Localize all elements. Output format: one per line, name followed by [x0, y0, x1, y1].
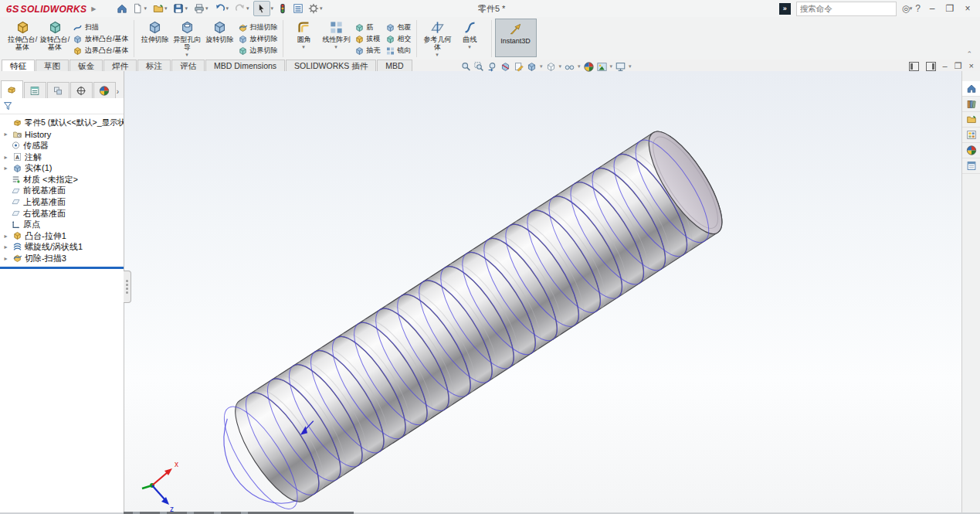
- taskpane-view-palette-tab[interactable]: [962, 128, 980, 143]
- filter-funnel-icon[interactable]: [3, 101, 13, 111]
- tab-annotation[interactable]: 标注: [137, 60, 171, 71]
- swept-boss-button[interactable]: 扫描: [73, 22, 129, 33]
- rib-button[interactable]: 筋: [354, 22, 381, 33]
- open-button[interactable]: ▾: [151, 2, 171, 15]
- expand-arrow-icon[interactable]: ▸: [2, 131, 9, 138]
- doc-close-button[interactable]: ×: [969, 61, 974, 71]
- tree-item-annotations[interactable]: ▸ 注解: [0, 151, 124, 163]
- ribbon-collapse-arrow[interactable]: ⌃: [966, 50, 972, 58]
- tree-item-boss-extrude1[interactable]: ▸ 凸台-拉伸1: [0, 230, 124, 242]
- select-cursor-caret[interactable]: ▾: [271, 5, 274, 12]
- dynamic-annotation-icon[interactable]: [514, 62, 524, 72]
- new-document-button[interactable]: ▾: [130, 2, 151, 15]
- tab-features[interactable]: 特征: [2, 60, 35, 71]
- doc-minimize-button[interactable]: –: [943, 61, 948, 71]
- tab-solidworks-addins[interactable]: SOLIDWORKS 插件: [286, 60, 376, 71]
- configurationmanager-tab[interactable]: [47, 82, 70, 98]
- taskpane-custom-properties-tab[interactable]: [962, 158, 980, 174]
- mirror-button[interactable]: 镜向: [385, 45, 412, 56]
- shell-button[interactable]: 抽壳: [354, 45, 381, 56]
- linear-pattern-button[interactable]: 线性阵列▾: [320, 19, 353, 53]
- tab-evaluate[interactable]: 评估: [171, 60, 205, 71]
- taskpane-design-library-tab[interactable]: [962, 97, 980, 112]
- featuremanager-tree-tab[interactable]: [1, 80, 23, 98]
- undo-button[interactable]: ▾: [212, 2, 233, 15]
- apply-scene-icon[interactable]: [597, 62, 607, 72]
- extruded-boss-base-button[interactable]: 拉伸凸台/基体: [6, 19, 39, 53]
- window-restore-button[interactable]: ❐: [944, 0, 956, 17]
- rebuild-button[interactable]: [275, 2, 290, 15]
- tree-item-right-plane[interactable]: 右视基准面: [0, 208, 124, 220]
- lofted-boss-button[interactable]: 放样凸台/基体: [73, 33, 129, 45]
- graphics-viewport[interactable]: x z: [124, 71, 961, 512]
- panel-splitter-handle[interactable]: [124, 271, 131, 303]
- doc-restore-button[interactable]: ❐: [955, 61, 962, 71]
- displaymanager-tab[interactable]: [93, 82, 116, 98]
- settings-gear-button[interactable]: ▾: [306, 2, 327, 15]
- window-close-button[interactable]: ×: [961, 0, 974, 17]
- help-icon[interactable]: ?: [915, 0, 921, 17]
- hide-show-items-icon[interactable]: [565, 62, 575, 72]
- boundary-boss-button[interactable]: 边界凸台/基体: [73, 45, 129, 56]
- expand-arrow-icon[interactable]: ▸: [2, 154, 9, 161]
- tree-filter-bar[interactable]: [0, 98, 124, 114]
- tree-item-cut-sweep3[interactable]: ▸ 切除-扫描3: [0, 253, 124, 264]
- tree-item-history[interactable]: ▸ History: [0, 129, 124, 141]
- show-left-pane-icon[interactable]: [909, 62, 919, 71]
- save-button[interactable]: ▾: [171, 2, 192, 15]
- expand-arrow-icon[interactable]: ▸: [2, 233, 9, 240]
- tab-mbd-dimensions[interactable]: MBD Dimensions: [205, 60, 285, 71]
- tree-root-part[interactable]: 零件5 (默认<<默认>_显示状态 1>): [0, 117, 124, 129]
- expand-arrow-icon[interactable]: ▸: [2, 243, 9, 250]
- view-settings-icon[interactable]: [615, 62, 626, 72]
- window-minimize-button[interactable]: –: [926, 0, 938, 17]
- taskpane-file-explorer-tab[interactable]: [962, 112, 980, 128]
- display-style-icon[interactable]: [546, 62, 556, 72]
- panel-tabs-overflow-arrow[interactable]: ›: [117, 87, 123, 98]
- dimxpertmanager-tab[interactable]: [70, 82, 93, 98]
- zoom-to-fit-icon[interactable]: [461, 62, 471, 72]
- instant3d-button[interactable]: Instant3D: [495, 19, 537, 57]
- options-list-button[interactable]: [290, 2, 306, 15]
- tree-item-origin[interactable]: 原点: [0, 219, 124, 230]
- edit-appearance-icon[interactable]: [584, 62, 594, 72]
- command-search[interactable]: ▾: [796, 2, 897, 16]
- view-orientation-icon[interactable]: [527, 62, 537, 72]
- search-caret[interactable]: ▾: [910, 5, 913, 12]
- login-user-icon[interactable]: ◎: [902, 0, 910, 17]
- tree-item-front-plane[interactable]: 前视基准面: [0, 186, 124, 197]
- revolved-boss-base-button[interactable]: 旋转凸台/基体: [39, 19, 71, 53]
- print-button[interactable]: ▾: [192, 2, 212, 15]
- tree-item-helix-spiral1[interactable]: ▸ 螺旋线/涡状线1: [0, 242, 124, 254]
- home-button[interactable]: [114, 2, 130, 15]
- expand-arrow-icon[interactable]: ▸: [2, 255, 9, 262]
- search-input[interactable]: [797, 4, 907, 13]
- show-right-pane-icon[interactable]: [926, 62, 936, 71]
- reference-geometry-button[interactable]: 参考几何体▾: [422, 19, 454, 60]
- hole-wizard-button[interactable]: 异型孔向导▾: [171, 19, 204, 60]
- select-cursor-button[interactable]: [253, 1, 270, 16]
- section-view-icon[interactable]: [500, 62, 510, 72]
- wrap-button[interactable]: 包覆: [385, 22, 412, 33]
- lofted-cut-button[interactable]: 放样切除: [238, 33, 278, 45]
- taskpane-appearances-tab[interactable]: [962, 143, 980, 158]
- previous-view-icon[interactable]: [487, 62, 497, 72]
- redo-button[interactable]: ▾: [232, 2, 253, 15]
- boundary-cut-button[interactable]: 边界切除: [238, 45, 278, 56]
- tree-item-material[interactable]: 材质 <未指定>: [0, 174, 124, 186]
- zoom-to-area-icon[interactable]: [474, 62, 484, 72]
- tab-sketch[interactable]: 草图: [36, 60, 69, 71]
- tree-item-solid-bodies[interactable]: ▸ 实体(1): [0, 162, 124, 174]
- curves-button[interactable]: 曲线▾: [454, 19, 487, 53]
- expand-arrow-icon[interactable]: ▸: [2, 165, 9, 172]
- revolved-cut-button[interactable]: 旋转切除: [204, 19, 236, 45]
- tree-item-top-plane[interactable]: 上视基准面: [0, 196, 124, 208]
- rollback-bar[interactable]: [0, 267, 124, 269]
- extruded-cut-button[interactable]: 拉伸切除: [139, 19, 171, 45]
- tab-sheet-metal[interactable]: 钣金: [70, 60, 103, 71]
- propertymanager-tab[interactable]: [24, 82, 46, 98]
- logo-flyout-arrow-icon[interactable]: ▶: [91, 5, 96, 12]
- tab-mbd[interactable]: MBD: [377, 60, 412, 71]
- swept-cut-button[interactable]: 扫描切除: [238, 22, 278, 33]
- draft-button[interactable]: 拔模: [354, 33, 381, 45]
